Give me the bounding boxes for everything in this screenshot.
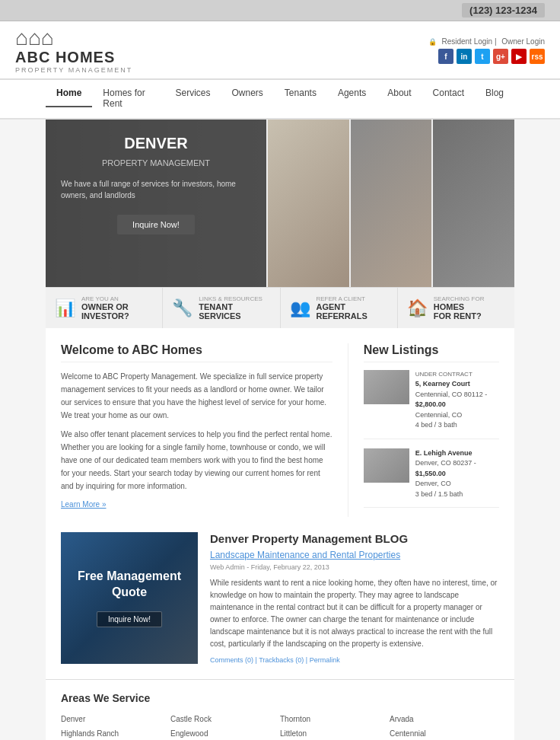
hero-image-2: [349, 120, 432, 287]
logo-subtitle: PROPERTY MANAGEMENT: [15, 66, 132, 74]
quick-link-3[interactable]: 🏠 SEARCHING FOR Homesfor Rent?: [398, 288, 514, 328]
area-item-0: Denver: [61, 713, 170, 725]
areas-grid: DenverCastle RockThorntonArvadaHighlands…: [61, 713, 499, 740]
blog-post-meta: Web Admin - Friday, February 22, 2013: [210, 563, 499, 571]
listing-item-1: E. Lehigh Avenue Denver, CO 80237 - $1,5…: [364, 448, 499, 509]
main-wrapper: DENVER PROPERTY MANAGEMENT We have a ful…: [0, 120, 560, 740]
quick-link-icon-2: 👥: [290, 298, 310, 318]
welcome-body-2: We also offer tenant placement services …: [61, 428, 332, 493]
nav-item-about[interactable]: About: [377, 80, 422, 107]
inquire-now-button[interactable]: Inquire Now!: [117, 215, 195, 234]
blog-section-title: Denver Property Management BLOG: [210, 532, 499, 545]
area-item-3: Arvada: [390, 713, 499, 725]
listing-thumb-1: [364, 448, 409, 483]
quick-link-0[interactable]: 📊 ARE YOU AN Owner orInvestor?: [46, 288, 163, 328]
login-links: 🔒 Resident Login | Owner Login: [428, 37, 545, 46]
welcome-title: Welcome to ABC Homes: [61, 343, 332, 362]
nav-item-agents[interactable]: Agents: [327, 80, 377, 107]
blog-section: Free ManagementQuote Inquire Now! Denver…: [46, 532, 514, 679]
areas-section: Areas We Service DenverCastle RockThornt…: [46, 679, 514, 740]
quick-link-text-1: LINKS & RESOURCES TenantServices: [199, 295, 262, 321]
two-col-section: Welcome to ABC Homes Welcome to ABC Prop…: [46, 328, 514, 532]
owner-login-link[interactable]: Owner Login: [501, 37, 545, 46]
google-icon[interactable]: g+: [493, 49, 508, 64]
areas-title: Areas We Service: [61, 692, 499, 704]
hero-banner: DENVER PROPERTY MANAGEMENT We have a ful…: [46, 120, 514, 287]
listings-list: UNDER CONTRACT 5, Kearney Court Centenni…: [364, 370, 499, 508]
free-quote-button[interactable]: Inquire Now!: [97, 611, 162, 627]
welcome-body-1: Welcome to ABC Property Management. We s…: [61, 370, 332, 422]
hero-image-3: [431, 120, 514, 287]
rss-icon[interactable]: rss: [530, 49, 545, 64]
quick-link-text-0: ARE YOU AN Owner orInvestor?: [81, 295, 129, 321]
quick-link-2[interactable]: 👥 REFER A CLIENT AgentReferrals: [281, 288, 398, 328]
quick-link-text-3: SEARCHING FOR Homesfor Rent?: [434, 295, 485, 321]
top-bar: (123) 123-1234: [0, 0, 560, 21]
blog-post-title-link[interactable]: Landscape Maintenance and Rental Propert…: [210, 550, 499, 560]
hero-left-panel: DENVER PROPERTY MANAGEMENT We have a ful…: [46, 120, 266, 287]
area-item-2: Thornton: [280, 713, 390, 725]
area-item-6: Littleton: [280, 728, 390, 739]
quick-links-bar: 📊 ARE YOU AN Owner orInvestor? 🔧 LINKS &…: [46, 287, 514, 328]
hero-images: [266, 120, 514, 287]
nav-item-homes-for-rent[interactable]: Homes for Rent: [92, 80, 164, 118]
nav-item-home[interactable]: Home: [46, 80, 92, 107]
nav-item-contact[interactable]: Contact: [422, 80, 475, 107]
free-quote-panel: Free ManagementQuote Inquire Now!: [61, 532, 198, 664]
quick-link-text-2: REFER A CLIENT AgentReferrals: [317, 295, 368, 321]
linkedin-icon[interactable]: in: [457, 49, 472, 64]
area-item-5: Englewood: [170, 728, 280, 739]
header: ⌂⌂⌂ ABC HOMES PROPERTY MANAGEMENT 🔒 Resi…: [0, 21, 560, 79]
blog-content: Denver Property Management BLOG Landscap…: [210, 532, 499, 664]
learn-more-link[interactable]: Learn More »: [61, 500, 106, 509]
hero-text: We have a full range of services for inv…: [61, 178, 251, 201]
header-right: 🔒 Resident Login | Owner Login fintg+▶rs…: [428, 37, 545, 64]
nav-item-blog[interactable]: Blog: [475, 80, 514, 107]
hero-subtitle: PROPERTY MANAGEMENT: [61, 158, 251, 167]
logo-text: ABC HOMES: [15, 49, 115, 66]
area-item-7: Centennial: [390, 728, 499, 739]
logo-area: ⌂⌂⌂ ABC HOMES PROPERTY MANAGEMENT: [15, 27, 132, 74]
blog-post-footer: Comments (0) | Trackbacks (0) | Permalin…: [210, 656, 499, 664]
blog-post-body: While residents want to rent a nice look…: [210, 577, 499, 650]
nav-item-owners[interactable]: Owners: [221, 80, 274, 107]
phone-number: (123) 123-1234: [462, 3, 545, 18]
content-area: DENVER PROPERTY MANAGEMENT We have a ful…: [46, 120, 514, 740]
main-nav: HomeHomes for RentServicesOwnersTenantsA…: [0, 79, 560, 120]
facebook-icon[interactable]: f: [438, 49, 453, 64]
logo-icon: ⌂⌂⌂: [15, 27, 54, 49]
listings-title: New Listings: [364, 343, 499, 362]
quick-link-1[interactable]: 🔧 LINKS & RESOURCES TenantServices: [163, 288, 280, 328]
sidebar-column: New Listings UNDER CONTRACT 5, Kearney C…: [348, 343, 499, 517]
hero-title: DENVER: [61, 135, 251, 152]
area-item-1: Castle Rock: [170, 713, 280, 725]
youtube-icon[interactable]: ▶: [511, 49, 527, 64]
social-icons-bar: fintg+▶rss: [438, 49, 545, 64]
area-item-4: Highlands Ranch: [61, 728, 170, 739]
listing-thumb-0: [364, 370, 409, 404]
nav-item-services[interactable]: Services: [165, 80, 221, 107]
quick-link-icon-3: 🏠: [407, 298, 428, 318]
quick-link-icon-1: 🔧: [172, 298, 192, 318]
twitter-icon[interactable]: t: [475, 49, 490, 64]
free-quote-title: Free ManagementQuote: [78, 569, 181, 601]
nav-item-tenants[interactable]: Tenants: [274, 80, 327, 107]
hero-image-1: [266, 120, 349, 287]
main-column: Welcome to ABC Homes Welcome to ABC Prop…: [61, 343, 348, 517]
resident-login-link[interactable]: Resident Login: [441, 37, 492, 46]
quick-link-icon-0: 📊: [55, 298, 75, 318]
listing-info-0: UNDER CONTRACT 5, Kearney Court Centenni…: [415, 370, 499, 431]
listing-item-0: UNDER CONTRACT 5, Kearney Court Centenni…: [364, 370, 499, 439]
listing-info-1: E. Lehigh Avenue Denver, CO 80237 - $1,5…: [415, 448, 499, 500]
lock-icon: 🔒: [428, 38, 437, 46]
